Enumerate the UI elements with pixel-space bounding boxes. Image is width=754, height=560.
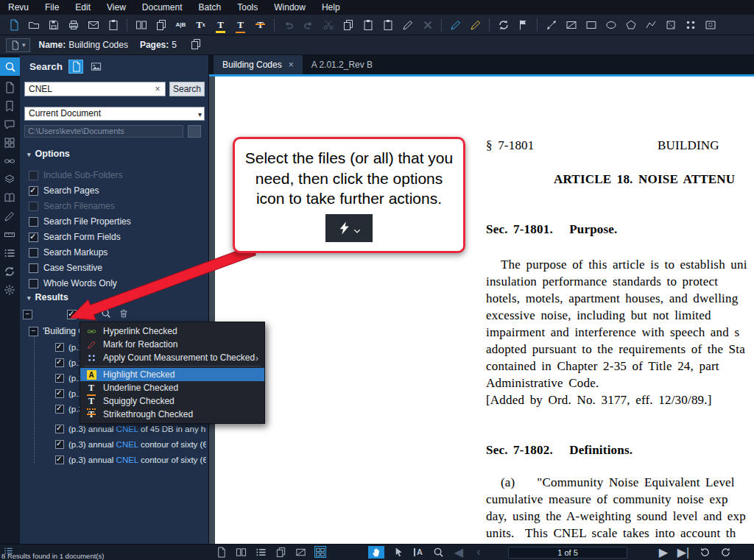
menu-item-strikethrough-checked[interactable]: T Strikethrough Checked: [80, 408, 264, 421]
combine-icon[interactable]: [107, 18, 119, 31]
search-scope-dropdown[interactable]: Current Document▾: [24, 107, 205, 121]
tab-a2012-revb[interactable]: A 2.01.2_Rev B: [303, 55, 381, 74]
option-search-file-properties[interactable]: Search File Properties: [29, 216, 131, 227]
properties-panel-icon[interactable]: [4, 82, 16, 94]
menu-item-highlight-checked[interactable]: A Highlight Checked: [80, 368, 264, 381]
measurements-panel-icon[interactable]: [4, 229, 16, 241]
menu-window[interactable]: Window: [266, 0, 314, 15]
polygon-icon[interactable]: [624, 18, 637, 31]
search-button[interactable]: Search: [169, 82, 205, 96]
checkbox[interactable]: [29, 171, 38, 180]
bookmarks-panel-icon[interactable]: [4, 100, 16, 113]
single-page-view-icon[interactable]: [215, 546, 227, 558]
option-include-subfolders[interactable]: Include Sub-Folders: [29, 169, 122, 181]
search-panel-icon[interactable]: [0, 57, 20, 76]
cutout-icon[interactable]: [704, 18, 716, 31]
pan-tool-icon[interactable]: [368, 546, 384, 559]
save-icon[interactable]: [47, 18, 60, 31]
close-tab-icon[interactable]: ×: [289, 60, 294, 70]
count-icon[interactable]: [684, 18, 697, 31]
option-search-pages[interactable]: Search Pages: [29, 185, 99, 196]
result-checkbox[interactable]: [55, 456, 64, 464]
continuous-view-icon[interactable]: [255, 546, 267, 558]
page-selector-button[interactable]: ▾: [6, 38, 30, 52]
result-checkbox[interactable]: [55, 343, 64, 352]
menu-edit[interactable]: Edit: [67, 0, 99, 15]
next-view-icon[interactable]: [719, 546, 731, 558]
measure-area-icon[interactable]: [664, 18, 677, 31]
result-checkbox[interactable]: [55, 389, 64, 398]
checkbox[interactable]: [29, 217, 38, 227]
flatten-icon[interactable]: [497, 18, 510, 31]
collapse-node-icon[interactable]: [29, 327, 38, 336]
comments-panel-icon[interactable]: [4, 118, 16, 131]
option-search-filenames[interactable]: Search Filenames: [29, 200, 115, 212]
rectangle-icon[interactable]: [585, 18, 597, 31]
highlighter-icon[interactable]: [469, 18, 482, 31]
visual-search-icon[interactable]: [88, 60, 103, 74]
checkbox[interactable]: [29, 233, 38, 242]
email-icon[interactable]: [87, 18, 99, 31]
undo-icon[interactable]: [282, 18, 295, 31]
facing-pages-view-icon[interactable]: [235, 546, 247, 558]
sync-views-icon[interactable]: [155, 18, 167, 31]
checkbox[interactable]: [29, 248, 38, 258]
menu-view[interactable]: View: [99, 0, 134, 15]
menu-item-apply-count-measurement[interactable]: Apply Count Measurement to Checked ›: [80, 351, 264, 364]
spaces-panel-icon[interactable]: [4, 192, 16, 205]
cut-icon[interactable]: [322, 18, 334, 31]
search-input[interactable]: [24, 82, 166, 96]
result-row[interactable]: (p.3) annual CNEL of 45 DB in any hu...: [55, 424, 206, 434]
signatures-panel-icon[interactable]: [4, 210, 16, 223]
zoom-tool-icon[interactable]: [432, 547, 444, 559]
fit-page-icon[interactable]: [295, 546, 306, 558]
previous-page-icon[interactable]: ‹: [473, 546, 485, 558]
hyperlinks-panel-icon[interactable]: [4, 155, 16, 168]
studio-panel-icon[interactable]: [4, 266, 16, 278]
result-checkbox[interactable]: [55, 358, 64, 367]
split-view-icon[interactable]: [275, 546, 286, 558]
copy-icon[interactable]: [342, 18, 354, 31]
result-checkbox[interactable]: [55, 425, 64, 433]
delete-icon[interactable]: [421, 18, 434, 31]
menu-file[interactable]: File: [37, 0, 67, 15]
menu-item-hyperlink-checked[interactable]: Hyperlink Checked: [80, 325, 264, 338]
settings-icon[interactable]: [4, 284, 16, 297]
tab-building-codes[interactable]: Building Codes×: [214, 55, 303, 74]
result-checkbox[interactable]: [55, 440, 64, 449]
thumbnails-panel-icon[interactable]: [4, 137, 16, 149]
dimension-icon[interactable]: [545, 18, 557, 31]
previous-view-icon[interactable]: [700, 546, 711, 558]
page-label-icon[interactable]: [517, 18, 529, 31]
menu-help[interactable]: Help: [314, 0, 348, 15]
split-view-icon[interactable]: [135, 18, 147, 31]
menu-tools[interactable]: Tools: [229, 0, 266, 15]
checkbox[interactable]: [29, 202, 38, 211]
edit-text-icon[interactable]: Tx: [194, 18, 207, 31]
compare-documents-icon[interactable]: A|B: [175, 18, 187, 31]
text-search-icon[interactable]: [68, 60, 83, 74]
select-tool-icon[interactable]: [392, 547, 404, 559]
format-painter-icon[interactable]: [401, 18, 414, 31]
sketch-rectangle-icon[interactable]: [565, 18, 577, 31]
result-checkbox[interactable]: [55, 405, 64, 414]
paste-icon[interactable]: [362, 18, 374, 31]
underline-text-icon[interactable]: T: [234, 18, 247, 31]
pen-icon[interactable]: [449, 18, 462, 31]
collapse-all-icon[interactable]: [23, 310, 32, 319]
checkbox[interactable]: [29, 263, 38, 273]
print-icon[interactable]: [67, 18, 80, 31]
first-page-icon[interactable]: ◀: [453, 546, 465, 558]
result-row[interactable]: (p.3) annual CNEL contour of sixty (6...: [55, 439, 206, 450]
next-page-icon[interactable]: ▶: [658, 546, 669, 558]
layers-panel-icon[interactable]: [4, 174, 16, 186]
result-row[interactable]: (p.3) annual CNEL contour of sixty (6...: [55, 455, 206, 465]
menu-batch[interactable]: Batch: [191, 0, 230, 15]
paste-in-place-icon[interactable]: [381, 18, 394, 31]
polyline-icon[interactable]: [644, 18, 657, 31]
new-pdf-icon[interactable]: [7, 18, 20, 31]
callout-annotation[interactable]: Select the files (or all) that you need,…: [233, 137, 465, 253]
redo-icon[interactable]: [302, 18, 314, 31]
menu-item-mark-for-redaction[interactable]: Mark for Redaction: [80, 338, 264, 351]
checkbox[interactable]: [29, 186, 38, 196]
